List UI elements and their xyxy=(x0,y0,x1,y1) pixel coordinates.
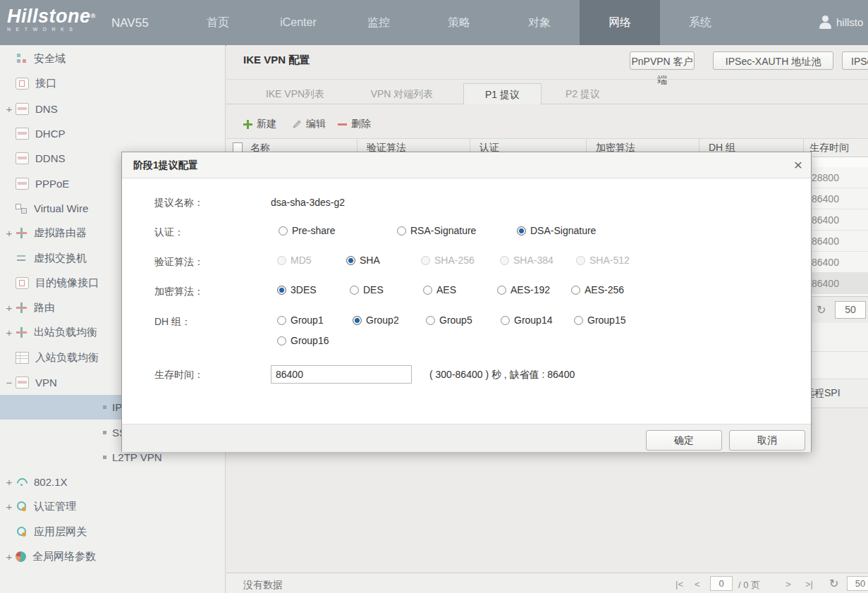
radio-label: SHA-384 xyxy=(513,255,554,266)
sidebar-item-label: 应用层网关 xyxy=(34,525,87,539)
sidebar-item-security-zone[interactable]: 安全域 xyxy=(0,47,225,71)
prev-page-button[interactable]: < xyxy=(695,579,700,589)
radio-label: SHA-256 xyxy=(434,255,475,266)
sidebar-item-label: L2TP VPN xyxy=(112,451,162,463)
cancel-button[interactable]: 取消 xyxy=(729,430,805,451)
nav-item-network[interactable]: 网络 xyxy=(580,0,660,45)
delete-button[interactable]: 删除 xyxy=(338,116,371,132)
user-menu[interactable]: hillsto xyxy=(819,16,863,29)
sidebar-item-label: VPN xyxy=(35,377,57,389)
ipsec-clipped-button[interactable]: IPSe xyxy=(842,51,868,70)
radio-aes[interactable]: AES xyxy=(423,284,456,295)
sidebar-item-auth-management[interactable]: +认证管理 xyxy=(0,494,225,519)
radio-md5: MD5 xyxy=(277,255,312,266)
current-page-input[interactable]: 0 xyxy=(710,576,733,591)
nav-item-policy[interactable]: 策略 xyxy=(419,0,499,45)
encryption-label: 加密算法： xyxy=(154,286,204,298)
radio-group2[interactable]: Group2 xyxy=(353,314,399,326)
collapse-toggle[interactable]: − xyxy=(3,377,16,389)
radio-dsa-signature[interactable]: DSA-Signature xyxy=(517,225,596,236)
nav-item-object[interactable]: 对象 xyxy=(499,0,580,45)
sidebar-item-label: 虚拟交换机 xyxy=(34,252,87,265)
sidebar-item-label: 出站负载均衡 xyxy=(34,326,97,339)
edit-button[interactable]: 编辑 xyxy=(292,116,326,132)
ok-button[interactable]: 确定 xyxy=(646,430,722,451)
last-page-button[interactable]: >| xyxy=(805,579,813,589)
lifetime-cell[interactable]: 28800 xyxy=(805,167,868,188)
lifetime-cell[interactable]: 86400 xyxy=(805,252,868,273)
nav-menu: 首页 iCenter 监控 策略 对象 网络 系统 xyxy=(178,0,740,45)
tab-vpn-peer-list[interactable]: VPN 对端列表 xyxy=(350,83,453,104)
radio-des[interactable]: DES xyxy=(350,284,384,295)
next-page-button[interactable]: > xyxy=(786,579,791,589)
nav-item-home[interactable]: 首页 xyxy=(178,0,258,45)
radio-group15[interactable]: Group15 xyxy=(574,314,625,326)
new-button[interactable]: 新建 xyxy=(243,116,276,132)
expand-toggle[interactable]: + xyxy=(3,326,16,338)
page-size-box[interactable]: 50 xyxy=(835,301,866,319)
radio-group14[interactable]: Group14 xyxy=(501,314,552,326)
lifetime-cell[interactable]: 86400 xyxy=(805,231,868,252)
nav-item-monitor[interactable]: 监控 xyxy=(338,0,419,45)
outbound-lb-icon xyxy=(16,327,27,338)
user-icon xyxy=(819,16,832,29)
radio-aes-192[interactable]: AES-192 xyxy=(497,284,550,295)
sidebar-item-label: 接口 xyxy=(35,77,56,90)
radio-rsa-signature[interactable]: RSA-Signature xyxy=(397,225,476,236)
pnpvpn-client-button[interactable]: PnPVPN 客户端 xyxy=(630,51,695,70)
edit-button-label: 编辑 xyxy=(306,118,326,130)
expand-toggle[interactable]: + xyxy=(3,501,16,513)
wifi-icon xyxy=(16,477,27,487)
sidebar-item-alg[interactable]: 应用层网关 xyxy=(0,520,225,544)
select-all-checkbox[interactable] xyxy=(233,142,243,152)
lifetime-cell[interactable]: 86400 xyxy=(805,188,868,209)
expand-toggle[interactable]: + xyxy=(3,302,16,314)
radio-3des[interactable]: 3DES xyxy=(277,284,317,295)
lifetime-cell[interactable]: 86400 xyxy=(805,273,868,294)
total-pages-label: / 0 页 xyxy=(738,579,760,592)
sidebar-item-dns[interactable]: +DNS xyxy=(0,97,225,121)
radio-group5[interactable]: Group5 xyxy=(426,314,472,326)
expand-toggle[interactable]: + xyxy=(3,551,16,563)
lifetime-input[interactable] xyxy=(271,365,412,384)
sidebar-item-label: 安全域 xyxy=(34,52,66,66)
radio-group16[interactable]: Group16 xyxy=(277,335,329,346)
sidebar-item-global-network-params[interactable]: +全局网络参数 xyxy=(0,544,225,569)
lifetime-label: 生存时间： xyxy=(154,369,204,381)
expand-toggle[interactable]: + xyxy=(3,103,16,115)
ipsec-xauth-pool-button[interactable]: IPSec-XAUTH 地址池 xyxy=(713,51,833,70)
radio-label: RSA-Signature xyxy=(410,225,476,236)
radio-icon xyxy=(353,316,362,325)
radio-icon xyxy=(426,316,435,325)
tab-ike-vpn-list[interactable]: IKE VPN列表 xyxy=(247,83,343,104)
tab-p1-proposal[interactable]: P1 提议 xyxy=(463,83,542,104)
lifetime-cell[interactable]: 86400 xyxy=(805,209,868,231)
radio-aes-256[interactable]: AES-256 xyxy=(571,284,624,295)
radio-label: Group15 xyxy=(587,314,625,326)
close-icon[interactable]: × xyxy=(794,156,802,174)
col-lifetime[interactable]: 生存时间 xyxy=(809,142,849,154)
refresh-icon[interactable]: ↻ xyxy=(817,303,826,317)
sidebar-item-interface[interactable]: 接口 xyxy=(0,71,225,96)
proposal-name-row: 提议名称： dsa-sha-3des-g2 xyxy=(122,195,811,211)
expand-toggle[interactable]: + xyxy=(3,476,16,488)
nav-item-icenter[interactable]: iCenter xyxy=(258,0,338,45)
nav-item-system[interactable]: 系统 xyxy=(660,0,740,45)
refresh-icon[interactable]: ↻ xyxy=(829,577,838,590)
expand-toggle[interactable]: + xyxy=(3,227,16,239)
first-page-button[interactable]: |< xyxy=(676,579,683,589)
sidebar-item-dhcp[interactable]: DHCP xyxy=(0,121,225,146)
lifetime-row: 生存时间： ( 300-86400 ) 秒 , 缺省值 : 86400 xyxy=(122,367,811,383)
routing-icon xyxy=(16,302,27,313)
sidebar-item-8021x[interactable]: +802.1X xyxy=(0,470,225,494)
virtual-wire-icon xyxy=(16,203,27,214)
radio-group1[interactable]: Group1 xyxy=(277,314,324,326)
empty-data-text: 没有数据 xyxy=(243,579,283,592)
radio-pre-share[interactable]: Pre-share xyxy=(279,225,335,236)
status-bar: 没有数据 |< < 0 / 0 页 > >| ↻ 50 xyxy=(226,573,868,593)
tab-p2-proposal[interactable]: P2 提议 xyxy=(549,83,616,104)
page-size-box[interactable]: 50 xyxy=(847,576,868,591)
radio-label: SHA xyxy=(360,255,380,266)
radio-icon xyxy=(346,256,355,265)
radio-sha[interactable]: SHA xyxy=(346,255,380,266)
